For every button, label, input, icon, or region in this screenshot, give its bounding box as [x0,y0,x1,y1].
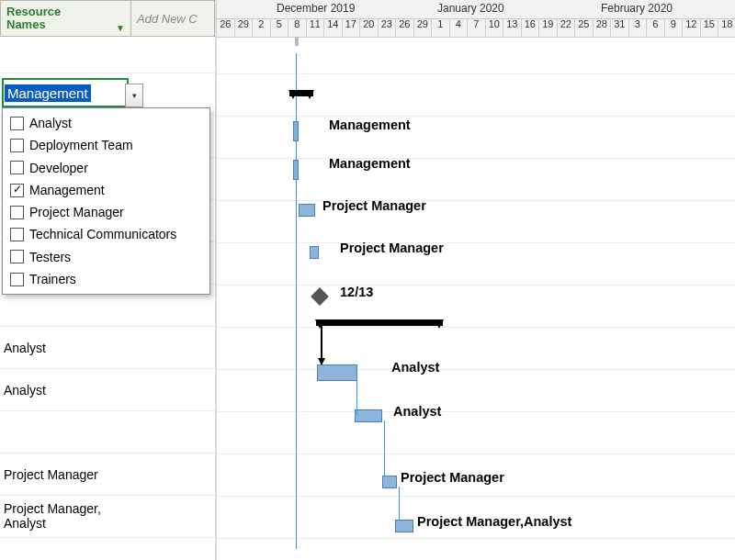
day-label: 12 [682,18,700,37]
day-label: 11 [306,18,324,37]
checkbox-icon[interactable] [10,228,24,241]
checklist-item[interactable]: Technical Communicators [3,223,209,245]
grid-row[interactable] [0,37,215,73]
cell-editor-value: Management [5,84,91,102]
day-label: 18 [718,18,735,37]
task-bar[interactable] [355,409,382,422]
day-label: 26 [217,18,234,37]
filter-dropdown-icon[interactable]: ▼ [116,24,125,34]
task-bar[interactable] [382,476,397,488]
grid-pane: Resource Names ▼ Add New C Analyst Analy… [0,0,217,560]
checkbox-icon[interactable] [10,161,24,174]
task-label: Project Manager [322,198,426,213]
column-header-label: Resource Names [6,6,61,30]
day-label: 29 [413,18,432,37]
day-label: 17 [342,18,360,37]
day-label: 23 [378,18,396,37]
task-label: Analyst [393,404,441,419]
task-label: Management [329,118,411,132]
column-header-resource-names[interactable]: Resource Names ▼ [0,0,131,37]
milestone-label: 12/13 [340,285,373,299]
resource-checklist[interactable]: Analyst Deployment Team Developer Manage… [2,107,210,295]
column-header-add-new[interactable]: Add New C [131,0,215,37]
connector-line [356,378,357,415]
gantt-chart[interactable]: Management Management Project Manager Pr… [217,37,735,560]
day-label: 6 [646,18,664,37]
checkbox-icon[interactable] [10,184,24,197]
cell-resource[interactable]: Analyst [4,341,135,355]
grid-row[interactable] [0,411,215,454]
checklist-label: Testers [29,248,71,266]
task-label: Project Manager [401,470,504,485]
task-bar[interactable] [293,121,299,141]
grid-row[interactable]: Project Manager [0,454,215,496]
checkbox-icon[interactable] [10,273,24,286]
checkbox-icon[interactable] [10,206,24,219]
day-label: 14 [323,18,342,37]
connector-line [384,420,385,476]
day-label: 9 [664,18,683,37]
day-label: 7 [467,18,485,37]
day-label: 26 [395,18,413,37]
timescale: December 2019 January 2020 February 2020… [217,0,735,38]
grid-row[interactable]: Analyst [0,327,215,369]
day-label: 29 [234,18,253,37]
task-label: Project Manager,Analyst [417,514,571,529]
day-label: 2 [252,18,270,37]
summary-bar[interactable] [289,90,313,96]
day-label: 8 [288,18,306,37]
dropdown-button[interactable]: ▾ [125,84,143,107]
chevron-down-icon: ▾ [132,91,137,100]
day-label: 5 [270,18,288,37]
month-label: January 2020 [437,2,504,15]
start-marker-icon [295,37,299,46]
day-label: 25 [574,18,593,37]
add-new-column-label: Add New C [137,12,198,26]
task-bar[interactable] [317,364,357,381]
arrow-icon [321,326,322,364]
day-label: 10 [485,18,503,37]
task-bar[interactable] [310,246,319,259]
day-label: 1 [431,18,449,37]
checklist-item[interactable]: Deployment Team [3,134,209,156]
checkbox-icon[interactable] [10,139,24,152]
day-label: 3 [628,18,647,37]
summary-bar[interactable] [316,319,443,326]
grid-row[interactable]: Project Manager, Analyst [0,496,215,538]
task-bar[interactable] [395,520,413,532]
checklist-label: Developer [29,159,88,177]
gantt-pane: December 2019 January 2020 February 2020… [217,0,735,560]
checklist-label: Analyst [29,114,72,132]
timescale-months: December 2019 January 2020 February 2020 [217,0,735,19]
day-label: 13 [503,18,521,37]
checklist-item[interactable]: Testers [3,246,209,268]
day-label: 4 [449,18,468,37]
day-label: 19 [538,18,557,37]
task-bar[interactable] [293,160,299,180]
checklist-label: Trainers [29,270,76,288]
day-label: 20 [359,18,378,37]
checklist-label: Technical Communicators [29,225,176,243]
day-label: 16 [521,18,539,37]
checkbox-icon[interactable] [10,117,24,130]
cell-resource[interactable]: Analyst [4,383,135,398]
day-label: 15 [700,18,718,37]
task-label: Project Manager [340,241,444,255]
checklist-item[interactable]: Trainers [3,268,209,290]
checkbox-icon[interactable] [10,250,24,263]
grid-row[interactable]: Analyst [0,369,215,411]
checklist-item[interactable]: Management [3,179,209,201]
cell-resource[interactable]: Project Manager [4,467,135,482]
task-label: Analyst [391,360,439,375]
cell-editor[interactable]: Management ▾ [2,78,129,107]
checklist-item[interactable]: Developer [3,157,209,179]
cell-resource[interactable]: Project Manager, Analyst [4,502,135,531]
month-label: February 2020 [601,2,673,15]
column-header-row: Resource Names ▼ Add New C [0,0,215,37]
task-bar[interactable] [299,204,315,217]
checklist-item[interactable]: Project Manager [3,201,209,223]
timescale-days: 26 29 2 5 8 11 14 17 20 23 26 29 1 4 7 1… [217,18,735,37]
day-label: 31 [610,18,628,37]
checklist-label: Management [29,181,105,199]
checklist-item[interactable]: Analyst [3,112,209,134]
